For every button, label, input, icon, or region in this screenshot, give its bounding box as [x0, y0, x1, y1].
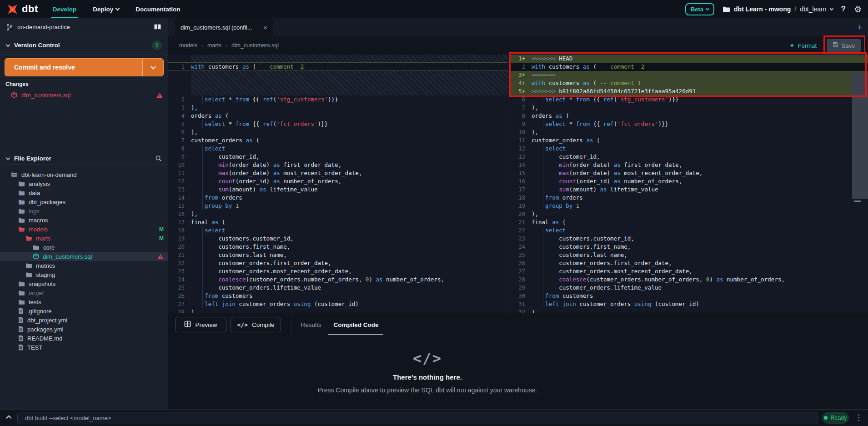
code-line[interactable]: 15 group by 1 — [168, 202, 508, 210]
code-line[interactable]: 28) — [168, 308, 508, 313]
tree-item-macros[interactable]: macros — [0, 216, 168, 225]
tree-item-core[interactable]: core — [0, 243, 168, 252]
preview-button[interactable]: Preview — [175, 317, 226, 332]
code-line[interactable]: 6 select * from {{ ref('stg_customers')}… — [509, 95, 868, 104]
git-branch-row[interactable]: on-demand-practice — [0, 18, 168, 36]
tree-item-analysis[interactable]: analysis — [0, 179, 168, 188]
code-line[interactable]: 21final as ( — [509, 218, 868, 226]
code-line[interactable]: 13 customer_id, — [509, 153, 868, 161]
code-line[interactable]: 23 customers.customer_id, — [509, 235, 868, 243]
code-line[interactable]: 1with customers as ( -- comment 2 — [168, 62, 508, 70]
editor-pane-right[interactable]: 1+<<<<<<< HEAD2with customers as ( -- co… — [509, 55, 868, 313]
dbt-logo[interactable]: dbt — [6, 3, 38, 15]
tree-item-logs[interactable]: logs — [0, 206, 168, 216]
code-line[interactable]: 20 customers.first_name, — [168, 243, 508, 251]
code-line[interactable]: 21 customers.last_name, — [168, 251, 508, 259]
commit-button-dropdown[interactable] — [142, 59, 163, 76]
tree-item-metrics[interactable]: metrics — [0, 261, 168, 270]
tree-item-dbt-packages[interactable]: dbt_packages — [0, 197, 168, 206]
code-line[interactable]: 2with customers as ( -- comment 2 — [509, 63, 868, 71]
code-line[interactable]: 19 customers.customer_id, — [168, 235, 508, 243]
tree-item-target[interactable]: target — [0, 288, 168, 297]
code-line[interactable]: 3+======= — [509, 71, 868, 79]
code-line[interactable]: 4+with customers as ( -- comment 1 — [509, 79, 868, 87]
new-tab-button[interactable]: + — [857, 22, 863, 33]
code-line[interactable]: 27 left join customer_orders using (cust… — [168, 300, 508, 308]
changed-file-row[interactable]: dim_customers.sql — [0, 90, 168, 100]
code-line[interactable]: 1+<<<<<<< HEAD — [509, 55, 868, 63]
tree-item-staging[interactable]: staging — [0, 270, 168, 279]
code-line[interactable]: 27 customer_orders.most_recent_order_dat… — [509, 267, 868, 276]
code-line[interactable]: 9 customer_id, — [168, 153, 508, 161]
close-icon[interactable]: × — [263, 24, 267, 31]
code-line[interactable]: 29 customer_orders.lifetime_value — [509, 284, 868, 292]
code-line[interactable]: 16 count(order_id) as number_of_orders, — [509, 177, 868, 185]
code-line[interactable]: 3), — [168, 104, 508, 112]
ready-status-badge[interactable]: Ready — [822, 412, 849, 424]
help-icon[interactable]: ? — [841, 5, 846, 14]
code-line[interactable]: 18 from orders — [509, 194, 868, 202]
tree-item-data[interactable]: data — [0, 188, 168, 197]
code-line[interactable]: 14 from orders — [168, 194, 508, 202]
tree-item--gitignore[interactable]: .gitignore — [0, 306, 168, 316]
code-line[interactable]: 11customer_orders as ( — [509, 136, 868, 145]
tree-item-models[interactable]: modelsM — [0, 225, 168, 234]
search-icon[interactable] — [155, 155, 162, 162]
code-line[interactable]: 26 from customers — [168, 292, 508, 300]
code-line[interactable]: 17final as ( — [168, 218, 508, 226]
compile-button[interactable]: </> Compile — [231, 317, 281, 332]
code-line[interactable]: 19 group by 1 — [509, 202, 868, 210]
code-line[interactable]: 26 customer_orders.first_order_date, — [509, 259, 868, 267]
format-button[interactable]: ✦ Format — [789, 42, 817, 49]
code-line[interactable]: 14 min(order_date) as first_order_date, — [509, 161, 868, 169]
account-project-switcher[interactable]: dbt Learn - mwong / dbt_learn — [722, 5, 833, 13]
tree-item-packages-yml[interactable]: packages.yml — [0, 325, 168, 334]
code-line[interactable]: 22 customer_orders.first_order_date, — [168, 259, 508, 267]
code-line[interactable]: 4orders as ( — [168, 112, 508, 120]
file-explorer-header[interactable]: File Explorer — [0, 153, 168, 165]
commit-and-resolve-button[interactable]: Commit and resolve — [5, 58, 164, 76]
code-line[interactable]: 5+>>>>>>> b81f802a66fd544504c65721e3ffaa… — [509, 87, 868, 95]
kebab-menu-icon[interactable]: ⋮ — [855, 413, 863, 422]
code-line[interactable]: 32) — [509, 308, 868, 313]
code-line[interactable]: 16), — [168, 210, 508, 218]
code-line[interactable]: 13 sum(amount) as lifetime_value — [168, 185, 508, 194]
chevron-up-icon[interactable] — [5, 414, 12, 421]
code-line[interactable]: 30 from customers — [509, 292, 868, 300]
nav-item-deploy[interactable]: Deploy — [93, 0, 119, 18]
tree-item-readme-md[interactable]: README.md — [0, 334, 168, 343]
code-line[interactable]: 24 customers.first_name, — [509, 243, 868, 251]
code-line[interactable]: 17 sum(amount) as lifetime_value — [509, 185, 868, 194]
code-line[interactable]: 31 left join customer_orders using (cust… — [509, 300, 868, 308]
breadcrumb-file[interactable]: dim_customers.sql — [231, 42, 279, 49]
docs-book-icon[interactable] — [153, 24, 162, 30]
nav-item-documentation[interactable]: Documentation — [135, 0, 180, 18]
code-line[interactable]: 7), — [509, 104, 868, 112]
code-line[interactable]: 10), — [509, 128, 868, 136]
tree-item-marts[interactable]: martsM — [0, 234, 168, 243]
gear-icon[interactable]: ⚙ — [854, 4, 862, 15]
breadcrumb-marts[interactable]: marts — [207, 42, 221, 49]
nav-item-develop[interactable]: Develop — [53, 0, 77, 18]
tree-item-dim-customers-sql[interactable]: dim_customers.sql — [0, 252, 168, 261]
code-line[interactable]: 8 select — [168, 145, 508, 153]
breadcrumb-models[interactable]: models — [179, 42, 197, 49]
tab-results[interactable]: Results — [298, 313, 324, 336]
code-line[interactable]: 18 select — [168, 226, 508, 235]
beta-dropdown[interactable]: Beta — [685, 3, 714, 15]
code-line[interactable]: 12 select — [509, 145, 868, 153]
code-line[interactable]: 24 coalesce(customer_orders.number_of_or… — [168, 276, 508, 284]
tree-item-snapshots[interactable]: snapshots — [0, 279, 168, 288]
version-control-header[interactable]: Version Control 1 — [0, 36, 168, 55]
commit-button-label[interactable]: Commit and resolve — [5, 59, 142, 76]
editor-pane-left[interactable]: 1with customers as ( -- comment 22 selec… — [168, 55, 508, 313]
code-line[interactable]: 8orders as ( — [509, 112, 868, 120]
code-line[interactable]: 28 coalesce(customer_orders.number_of_or… — [509, 276, 868, 284]
code-line[interactable]: 15 max(order_date) as most_recent_order_… — [509, 169, 868, 177]
tree-item-tests[interactable]: tests — [0, 297, 168, 306]
code-line[interactable]: 6), — [168, 128, 508, 136]
code-line[interactable]: 23 customer_orders.most_recent_order_dat… — [168, 267, 508, 276]
command-input[interactable]: dbt build --select <model_name> — [17, 412, 818, 424]
tree-item-dbt-project-yml[interactable]: dbt_project.yml — [0, 316, 168, 325]
code-line[interactable]: 25 customers.last_name, — [509, 251, 868, 259]
